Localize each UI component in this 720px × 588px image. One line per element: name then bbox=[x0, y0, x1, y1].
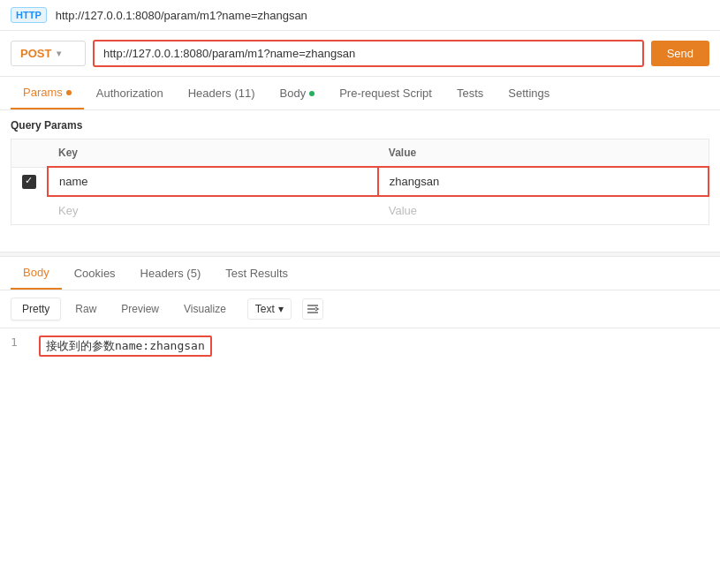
query-params-title: Query Params bbox=[11, 119, 709, 132]
chevron-down-icon: ▾ bbox=[57, 49, 61, 58]
body-dot bbox=[309, 91, 315, 96]
row-checkbox[interactable] bbox=[22, 175, 36, 189]
response-tabs: Body Cookies Headers (5) Test Results bbox=[0, 257, 720, 290]
response-tab-body[interactable]: Body bbox=[11, 257, 62, 290]
pretty-button[interactable]: Pretty bbox=[11, 298, 61, 320]
response-tab-body-label: Body bbox=[23, 266, 49, 279]
method-select[interactable]: POST ▾ bbox=[11, 41, 86, 66]
params-dot bbox=[66, 90, 72, 95]
response-tab-test-results-label: Test Results bbox=[225, 267, 288, 280]
send-button[interactable]: Send bbox=[651, 41, 709, 66]
table-row: name zhangsan bbox=[11, 167, 709, 196]
tab-pre-request[interactable]: Pre-request Script bbox=[327, 78, 444, 109]
query-params-section: Query Params Key Value name zhangsan bbox=[0, 110, 720, 234]
raw-button[interactable]: Raw bbox=[64, 298, 107, 320]
text-type-select[interactable]: Text ▾ bbox=[247, 298, 292, 320]
tab-authorization[interactable]: Authorization bbox=[84, 78, 176, 109]
title-url: http://127.0.0.1:8080/param/m1?name=zhan… bbox=[56, 9, 307, 22]
tab-params-label: Params bbox=[23, 86, 63, 99]
title-bar: HTTP http://127.0.0.1:8080/param/m1?name… bbox=[0, 0, 720, 31]
visualize-button[interactable]: Visualize bbox=[173, 298, 237, 320]
method-label: POST bbox=[20, 47, 51, 60]
tab-settings-label: Settings bbox=[508, 87, 549, 100]
line-number: 1 bbox=[11, 335, 25, 357]
key-cell: name bbox=[48, 167, 378, 196]
tab-body-label: Body bbox=[280, 87, 307, 100]
col-value-header: Value bbox=[378, 139, 709, 168]
tab-headers[interactable]: Headers (11) bbox=[176, 78, 268, 109]
response-body: 1 接收到的参数name:zhangsan bbox=[0, 328, 720, 364]
tab-tests[interactable]: Tests bbox=[444, 78, 496, 109]
tab-params[interactable]: Params bbox=[11, 77, 84, 109]
empty-checkbox-cell bbox=[11, 196, 49, 225]
tab-settings[interactable]: Settings bbox=[496, 78, 562, 109]
request-tabs: Params Authorization Headers (11) Body P… bbox=[0, 77, 720, 110]
table-row-empty: Key Value bbox=[11, 196, 709, 225]
wrap-lines-icon bbox=[306, 302, 320, 316]
response-tab-cookies[interactable]: Cookies bbox=[62, 258, 128, 289]
response-toolbar: Pretty Raw Preview Visualize Text ▾ bbox=[0, 290, 720, 328]
tab-body[interactable]: Body bbox=[268, 78, 328, 109]
tab-tests-label: Tests bbox=[457, 87, 483, 100]
preview-button[interactable]: Preview bbox=[110, 298, 170, 320]
empty-value-cell[interactable]: Value bbox=[378, 196, 709, 225]
col-checkbox-header bbox=[11, 139, 49, 168]
response-tab-headers[interactable]: Headers (5) bbox=[128, 258, 214, 289]
text-type-label: Text bbox=[255, 303, 275, 315]
tab-pre-request-label: Pre-request Script bbox=[339, 87, 432, 100]
tab-headers-label: Headers (11) bbox=[188, 87, 255, 100]
checkbox-cell bbox=[11, 167, 49, 196]
url-input[interactable] bbox=[93, 40, 644, 67]
text-type-chevron-icon: ▾ bbox=[278, 303, 284, 315]
http-badge: HTTP bbox=[11, 7, 47, 23]
value-placeholder: Value bbox=[389, 204, 417, 217]
response-content: 接收到的参数name:zhangsan bbox=[39, 335, 212, 357]
request-bar: POST ▾ Send bbox=[0, 31, 720, 77]
params-table: Key Value name zhangsan Key bbox=[11, 139, 709, 225]
value-cell: zhangsan bbox=[378, 167, 709, 196]
empty-key-cell[interactable]: Key bbox=[48, 196, 378, 225]
key-placeholder: Key bbox=[58, 204, 78, 217]
col-key-header: Key bbox=[48, 139, 378, 168]
wrap-icon[interactable] bbox=[302, 298, 323, 320]
response-tab-cookies-label: Cookies bbox=[74, 267, 116, 280]
response-tab-headers-label: Headers (5) bbox=[140, 267, 201, 280]
response-line: 1 接收到的参数name:zhangsan bbox=[11, 335, 709, 357]
tab-authorization-label: Authorization bbox=[96, 87, 163, 100]
response-tab-test-results[interactable]: Test Results bbox=[213, 258, 300, 289]
